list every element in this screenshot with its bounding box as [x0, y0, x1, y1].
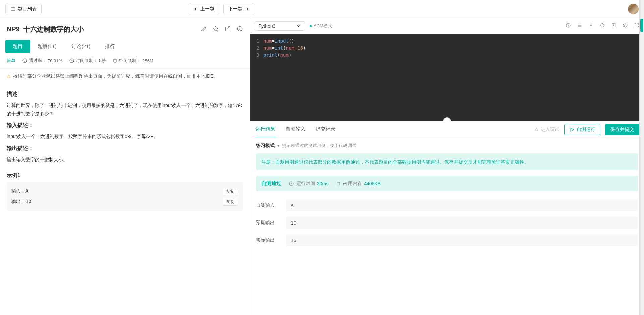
- tab-discuss[interactable]: 讨论(21): [64, 40, 98, 53]
- fullscreen-icon[interactable]: [634, 23, 639, 29]
- svg-point-23: [625, 25, 626, 26]
- help-icon[interactable]: [566, 23, 571, 29]
- chevron-right-icon: [245, 6, 250, 12]
- example-block: 输入：A 复制 输出：10 复制: [7, 182, 243, 211]
- memory-stat: 占用内存 4408KB: [336, 181, 381, 187]
- warning-text: 校招时部分企业笔试将禁止编程题跳出页面，为提前适应，练习时请使用在线自测，而非本…: [13, 73, 218, 79]
- actual-output-value: 10: [286, 234, 638, 246]
- svg-point-24: [536, 128, 538, 131]
- pass-rate: 通过率：70.91%: [22, 58, 62, 64]
- debug-button[interactable]: 进入调试: [534, 127, 559, 133]
- problem-id: NP9: [7, 25, 20, 33]
- difficulty-badge: 简单: [7, 58, 15, 64]
- input-desc: input读入一个十六进制数字，按照字符串的形式包括数字0-9、字母A-F。: [7, 132, 243, 141]
- svg-point-7: [23, 59, 27, 63]
- mode-badge: ACM模式: [310, 23, 332, 29]
- svg-line-27: [538, 129, 538, 129]
- check-badge-icon: [22, 58, 28, 63]
- notice-box: 注意：自测用例通过仅代表部分的数据用例通过，不代表题目的全部数据用例均能通过。保…: [256, 153, 638, 170]
- copy-input-button[interactable]: 复制: [223, 188, 238, 195]
- chip-icon: [112, 58, 118, 63]
- practice-hint: 提示未通过的测试用例，便于代码调试: [282, 143, 356, 149]
- memory-limit: 空间限制：256M: [112, 58, 153, 64]
- practice-mode-label: 练习模式: [256, 143, 275, 149]
- svg-marker-3: [213, 26, 218, 32]
- list-icon[interactable]: [577, 23, 582, 29]
- practice-mode-dropdown[interactable]: ▾: [277, 143, 279, 148]
- problem-title: NP9 十六进制数字的大小: [7, 25, 84, 34]
- problem-list-button[interactable]: 题目列表: [5, 4, 42, 14]
- tab-solution[interactable]: 题解(11): [30, 40, 64, 53]
- code-editor[interactable]: 1num=input() 2num=int(num,16) 3print(num…: [250, 34, 644, 121]
- problem-title-text: 十六进制数字的大小: [23, 25, 84, 33]
- expected-output-value: 10: [286, 217, 638, 229]
- svg-rect-20: [612, 23, 615, 27]
- self-input-row: 自测输入 A: [256, 197, 638, 214]
- svg-line-26: [535, 129, 536, 129]
- play-icon: [569, 127, 575, 132]
- submit-button[interactable]: 保存并提交: [605, 124, 639, 135]
- status-box: 自测通过 运行时间 30ms 占用内存 4408KB: [256, 176, 638, 191]
- prev-problem-button[interactable]: 上一题: [188, 4, 219, 14]
- output-heading: 输出描述：: [7, 145, 243, 152]
- svg-rect-30: [337, 182, 340, 185]
- input-heading: 输入描述：: [7, 122, 243, 129]
- collapse-editor-button[interactable]: [443, 117, 451, 121]
- share-icon[interactable]: [225, 26, 231, 33]
- chevron-left-icon: [193, 6, 198, 12]
- tab-rank[interactable]: 排行: [98, 40, 122, 53]
- code-panel: Python3 ACM模式 1num=input() 2num=int(num,…: [250, 18, 644, 315]
- svg-rect-9: [114, 59, 116, 62]
- desc-heading: 描述: [7, 91, 243, 98]
- tab-run-result[interactable]: 运行结果: [255, 122, 276, 137]
- download-icon[interactable]: [588, 23, 594, 29]
- status-text: 自测通过: [261, 180, 281, 187]
- bug-icon: [534, 127, 539, 132]
- chip-icon: [336, 181, 341, 186]
- info-icon[interactable]: [237, 26, 243, 33]
- problem-list-label: 题目列表: [18, 6, 37, 12]
- tab-self-input[interactable]: 自测输入: [285, 122, 306, 137]
- clock-icon: [289, 181, 294, 186]
- self-input-value: A: [286, 199, 638, 211]
- expected-output-row: 预期输出 10: [256, 214, 638, 232]
- clock-icon: [69, 58, 74, 63]
- next-label: 下一题: [228, 6, 243, 12]
- output-desc: 输出读入数字的十进制大小。: [7, 155, 243, 164]
- self-test-button[interactable]: 自测运行: [564, 124, 600, 135]
- tab-problem[interactable]: 题目: [5, 40, 30, 53]
- copy-output-button[interactable]: 复制: [223, 198, 238, 206]
- desc-text: 计算的世界，除了二进制与十进制，使用最多的就是十六进制了，现在使用input读入…: [7, 101, 243, 118]
- actual-output-row: 实际输出 10: [256, 232, 638, 249]
- scrollbar[interactable]: [639, 0, 644, 315]
- mode-dot-icon: [310, 25, 312, 27]
- prev-label: 上一题: [200, 6, 214, 12]
- star-icon[interactable]: [213, 26, 219, 33]
- refresh-icon[interactable]: [600, 23, 605, 29]
- language-label: Python3: [258, 23, 275, 29]
- warning-icon: ⚠: [7, 74, 11, 79]
- scrollbar-thumb[interactable]: [640, 19, 643, 32]
- edit-icon[interactable]: [201, 26, 207, 33]
- avatar[interactable]: [628, 4, 639, 14]
- svg-marker-28: [571, 128, 574, 131]
- next-problem-button[interactable]: 下一题: [223, 4, 255, 14]
- language-select[interactable]: Python3: [255, 21, 305, 31]
- example-output: 输出：10: [11, 199, 31, 205]
- problem-panel: NP9 十六进制数字的大小 题目 题解(11) 讨论(21) 排行 简单 通过率…: [0, 18, 250, 315]
- chevron-down-icon: [444, 119, 450, 121]
- example-heading: 示例1: [7, 172, 243, 179]
- list-icon: [10, 6, 16, 12]
- tab-history[interactable]: 提交记录: [315, 122, 336, 137]
- runtime-stat: 运行时间 30ms: [289, 181, 328, 187]
- settings-icon[interactable]: [623, 23, 628, 29]
- example-input: 输入：A: [11, 188, 28, 194]
- time-limit: 时间限制：5秒: [69, 58, 106, 64]
- chevron-down-icon: [296, 23, 301, 29]
- notes-icon[interactable]: [611, 23, 616, 29]
